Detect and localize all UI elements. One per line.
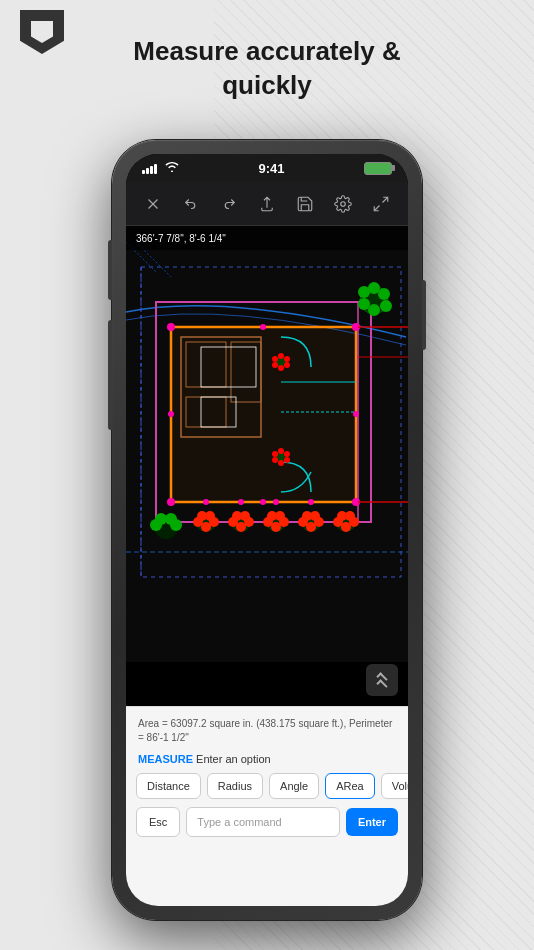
svg-point-48 [272, 457, 278, 463]
distance-option[interactable]: Distance [136, 773, 201, 799]
svg-point-2 [341, 201, 346, 206]
angle-option[interactable]: Angle [269, 773, 319, 799]
close-button[interactable] [139, 190, 167, 218]
svg-point-78 [306, 522, 316, 532]
svg-point-33 [368, 304, 380, 316]
svg-point-41 [272, 362, 278, 368]
volume-option[interactable]: Volume [381, 773, 408, 799]
signal-icon [142, 162, 157, 174]
svg-point-23 [168, 411, 174, 417]
measure-option-text: Enter an option [196, 753, 271, 765]
svg-point-34 [358, 298, 370, 310]
radius-option[interactable]: Radius [207, 773, 263, 799]
page-title: Measure accurately & quickly [133, 35, 400, 103]
undo-button[interactable] [177, 190, 205, 218]
svg-point-84 [341, 522, 351, 532]
svg-point-31 [378, 288, 390, 300]
svg-point-40 [278, 365, 284, 371]
svg-point-39 [284, 362, 290, 368]
wifi-icon [165, 162, 179, 174]
fullscreen-button[interactable] [367, 190, 395, 218]
svg-point-66 [236, 522, 246, 532]
svg-line-3 [383, 197, 388, 202]
svg-point-38 [284, 356, 290, 362]
svg-point-32 [380, 300, 392, 312]
cad-svg [126, 182, 408, 662]
svg-point-45 [284, 451, 290, 457]
share-button[interactable] [253, 190, 281, 218]
svg-point-42 [272, 356, 278, 362]
svg-line-4 [374, 205, 379, 210]
battery-icon [364, 162, 392, 175]
redo-button[interactable] [215, 190, 243, 218]
svg-point-49 [272, 451, 278, 457]
svg-rect-8 [171, 327, 356, 502]
svg-point-44 [278, 448, 284, 454]
coordinates-bar: 366'-7 7/8", 8'-6 1/4" [126, 226, 408, 250]
svg-point-21 [260, 324, 266, 330]
svg-point-46 [284, 457, 290, 463]
esc-button[interactable]: Esc [136, 807, 180, 837]
svg-point-37 [278, 353, 284, 359]
measure-command-line: MEASURE Enter an option [126, 751, 408, 773]
scroll-up-button[interactable] [366, 664, 398, 696]
phone-shell: 9:41 [112, 140, 422, 920]
options-row: Distance Radius Angle ARea Volume [126, 773, 408, 807]
svg-point-17 [167, 323, 175, 331]
area-info: Area = 63097.2 square in. (438.175 squar… [126, 707, 408, 751]
command-input[interactable]: Type a command [186, 807, 340, 837]
svg-point-19 [167, 498, 175, 506]
phone-mockup: 9:41 [112, 140, 422, 920]
app-logo [20, 10, 70, 60]
header: Measure accurately & quickly [0, 0, 534, 160]
cad-drawing-area[interactable] [126, 182, 408, 662]
svg-point-47 [278, 460, 284, 466]
svg-point-24 [353, 411, 359, 417]
svg-point-54 [150, 519, 162, 531]
settings-button[interactable] [329, 190, 357, 218]
logo-shape [20, 10, 64, 54]
coordinates-text: 366'-7 7/8", 8'-6 1/4" [136, 233, 226, 244]
svg-point-22 [260, 499, 266, 505]
svg-point-28 [308, 499, 314, 505]
status-left [142, 162, 179, 174]
svg-point-72 [271, 522, 281, 532]
measure-keyword: MEASURE [138, 753, 193, 765]
status-bar: 9:41 [126, 154, 408, 182]
phone-screen: 9:41 [126, 154, 408, 906]
command-row: Esc Type a command Enter [126, 807, 408, 837]
logo-inner [31, 21, 53, 43]
status-time: 9:41 [258, 161, 284, 176]
bottom-panel: Area = 63097.2 square in. (438.175 squar… [126, 706, 408, 906]
cad-toolbar [126, 182, 408, 226]
area-option[interactable]: ARea [325, 773, 375, 799]
svg-point-26 [238, 499, 244, 505]
enter-button[interactable]: Enter [346, 808, 398, 836]
svg-point-27 [273, 499, 279, 505]
svg-point-60 [201, 522, 211, 532]
svg-point-35 [358, 286, 370, 298]
svg-point-53 [170, 519, 182, 531]
svg-point-25 [203, 499, 209, 505]
save-button[interactable] [291, 190, 319, 218]
